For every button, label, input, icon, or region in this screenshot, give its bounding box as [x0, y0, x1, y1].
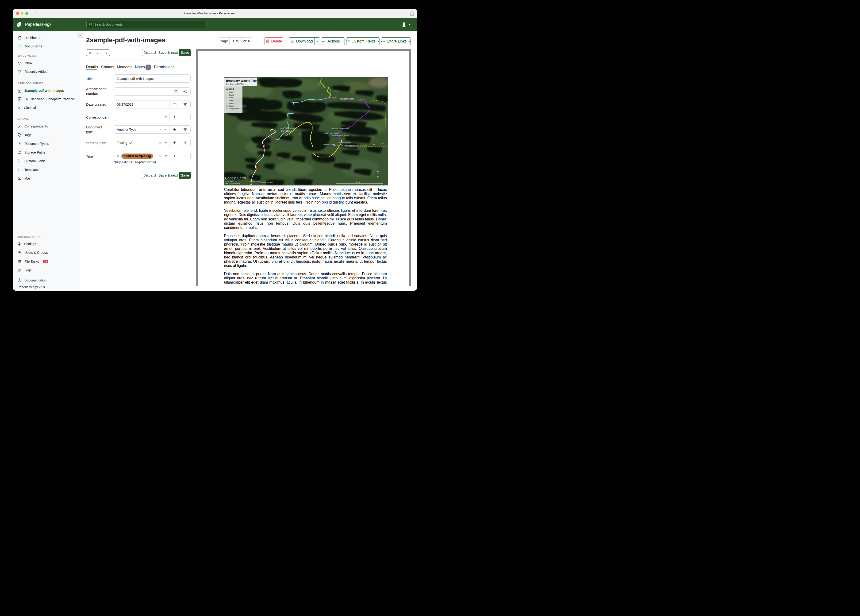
svg-text:Day 2: Day 2: [229, 94, 234, 96]
svg-text:Lincoln Island: Lincoln Island: [338, 141, 351, 144]
svg-text:Six days in BWCA: Six days in BWCA: [226, 83, 244, 85]
svg-text:Charlies Island: Charlies Island: [259, 181, 273, 184]
svg-text:© 2017 Google: © 2017 Google: [224, 181, 233, 182]
svg-text:Day 4: Day 4: [229, 99, 234, 102]
svg-text:Half Dog Island: Half Dog Island: [324, 132, 339, 135]
svg-text:Washington Island: Washington Island: [332, 135, 349, 137]
svg-text:N: N: [376, 175, 379, 179]
svg-text:Boundary Waters Trip: Boundary Waters Trip: [226, 79, 257, 82]
svg-text:Squirrel Island: Squirrel Island: [345, 145, 358, 147]
svg-text:Image © 2017 DigitalGlobe: Image © 2017 DigitalGlobe: [224, 183, 240, 184]
svg-text:Text: Text: [303, 141, 309, 145]
svg-text:Day 6: Day 6: [229, 105, 234, 107]
svg-text:Hausons Island: Hausons Island: [341, 97, 355, 100]
svg-text:Google Earth: Google Earth: [225, 176, 246, 180]
svg-text:New York Island: New York Island: [280, 127, 295, 129]
svg-text:Mile Island: Mile Island: [250, 181, 260, 183]
svg-text:Canoe Island: Canoe Island: [322, 143, 334, 146]
svg-text:Gary Island: Gary Island: [281, 130, 292, 132]
svg-text:Legend: Legend: [226, 88, 234, 90]
svg-text:3 mi: 3 mi: [356, 181, 360, 183]
svg-text:Day 5: Day 5: [229, 102, 234, 104]
svg-text:Day 3: Day 3: [229, 97, 234, 99]
svg-text:Day 1: Day 1: [229, 91, 234, 93]
svg-text:Indian Grave Island: Indian Grave Island: [331, 127, 349, 130]
svg-text:Entry Point 24: Entry Point 24: [229, 108, 242, 110]
